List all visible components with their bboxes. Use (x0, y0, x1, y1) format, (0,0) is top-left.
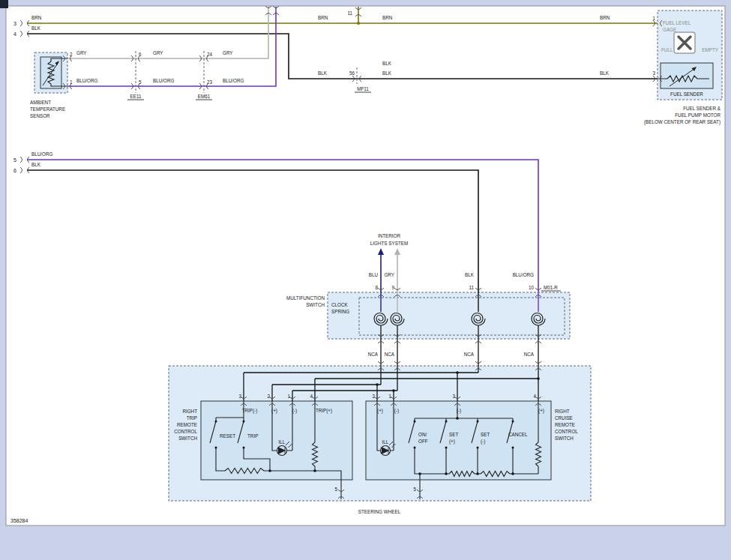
fuel-full-label: FULL (661, 47, 673, 52)
clock-spring-pin-10: 10 (529, 285, 535, 290)
wire-label-blk: BLK (600, 70, 610, 76)
trip-pin-label-3: (-) (292, 408, 297, 414)
onoff-switch-label-line1: ON/ (418, 432, 427, 437)
wire-label-brn: BRN (31, 15, 42, 20)
multifunction-switch-label-line1: MULTIFUNCTION (286, 295, 325, 301)
wire-label-blu-org: BLU/ORG (223, 78, 244, 83)
set-minus-switch-label-line2: (-) (481, 439, 485, 445)
trip-pin-label-4: TRIP(+) (316, 408, 332, 414)
interior-lights-line1: INTERIOR (378, 233, 401, 238)
wiring-diagram-canvas: 3 4 5 6 BRN BRN BRN BRN BLK BLK BLK BLK … (0, 0, 731, 560)
trip-pin-1: 1 (287, 394, 290, 399)
fuel-gauge-label-line1: FUEL LEVEL (663, 20, 691, 25)
ground-pin-right: 5 (413, 487, 416, 492)
connector-link-m01r[interactable]: M01-R (544, 285, 558, 290)
wire-label-nca: NCA (524, 352, 535, 357)
sensor-name-line1: AMBIENT (30, 100, 51, 105)
cruise-switch-name-line1: RIGHT (555, 409, 570, 414)
wire-label-blk: BLK (31, 25, 41, 31)
wire-label-gry: GRY (384, 272, 394, 277)
wire-label-nca: NCA (464, 352, 475, 357)
wire-label-blk: BLK (382, 61, 392, 66)
steering-wheel-label: STEERING WHEEL (358, 509, 401, 514)
wire-label-gry: GRY (153, 50, 163, 55)
cruise-pin-2: 2 (372, 394, 375, 399)
ground-pin-left: 5 (334, 487, 337, 492)
cruise-switch-name-line3: REMOTE (555, 422, 575, 427)
wire-label-blk: BLK (31, 162, 41, 167)
cruise-pin-label-4: (+) (538, 408, 544, 414)
wire-label-blu-org: BLU/ORG (31, 151, 52, 157)
fuel-caption-line1: FUEL SENDER & (683, 106, 721, 111)
cruise-switch-name-line4: CONTROL (555, 429, 578, 434)
cruise-pin-label-1: (+) (377, 408, 383, 414)
sensor-name-line3: SENSOR (30, 113, 50, 118)
wire-label-blu-org: BLU/ORG (513, 272, 534, 277)
set-plus-switch-label-line1: SET (449, 432, 458, 437)
wire-label-blu-org: BLU/ORG (76, 78, 97, 83)
cruise-ill-label: ILL (382, 439, 389, 445)
clock-spring-pin-11: 11 (469, 285, 474, 290)
cruise-pin-3: 3 (452, 394, 455, 399)
mf11-pin-56: 56 (349, 70, 355, 76)
clock-spring-label-line1: CLOCK (331, 302, 348, 307)
wire-label-nca: NCA (368, 352, 379, 357)
multifunction-switch-outline (328, 292, 570, 339)
trip-pin-3: 3 (238, 394, 241, 399)
wire-label-brn: BRN (318, 15, 328, 20)
ambient-temperature-sensor (34, 52, 67, 93)
multifunction-switch (328, 292, 570, 339)
onoff-switch-label-line2: OFF (418, 439, 428, 444)
cruise-pin-label-2: (-) (394, 408, 399, 414)
wire-label-blu-org: BLU/ORG (153, 78, 174, 83)
edge-pin-5: 5 (13, 157, 16, 163)
clock-spring-pin-9: 9 (391, 285, 394, 290)
connector-link-mf11[interactable]: MF11 (357, 86, 369, 91)
wire-label-brn: BRN (382, 15, 393, 20)
cruise-pin-1: 1 (388, 394, 391, 399)
fuel-pin-3: 3 (652, 70, 655, 76)
connector-link-ee11[interactable]: EE11 (130, 94, 142, 99)
wire-label-nca: NCA (385, 352, 395, 357)
wire-label-blk: BLK (465, 272, 475, 277)
trip-ill-label: ILL (279, 439, 286, 445)
sensor-name-line2: TEMPERATURE (30, 106, 65, 112)
fuel-sender-body (661, 63, 713, 88)
edge-pin-6: 6 (13, 168, 16, 173)
trip-pin-label-2: (+) (271, 408, 277, 414)
trip-pin-label-1: TRIP(-) (242, 408, 258, 414)
set-minus-switch-label-line1: SET (481, 432, 490, 437)
wiring-diagram-page: 3 4 5 6 BRN BRN BRN BRN BLK BLK BLK BLK … (0, 0, 731, 560)
cancel-switch-label: CANCEL (508, 432, 528, 437)
trip-switch-name-line5: SWITCH (178, 436, 197, 441)
connector-link-em61[interactable]: EM61 (198, 94, 211, 99)
trip-pin-4: 4 (310, 394, 313, 399)
fuel-sender-label: FUEL SENDER (670, 91, 703, 97)
reset-switch-label: RESET (220, 433, 235, 439)
trip-switch-label: TRIP (247, 433, 258, 439)
fuel-empty-label: EMPTY (702, 47, 718, 52)
wire-label-gry: GRY (76, 50, 87, 55)
edge-pin-3: 3 (13, 21, 16, 26)
interior-lights-line2: LIGHTS SYSTEM (370, 241, 408, 246)
multifunction-switch-label-line2: SWITCH (306, 302, 325, 307)
wire-label-blk: BLK (318, 70, 328, 76)
cruise-pin-4: 4 (533, 394, 536, 399)
cruise-pin-label-3: (-) (457, 408, 461, 414)
cruise-switch-name-line2: CRUISE (555, 415, 573, 421)
wire-label-blk: BLK (382, 70, 392, 76)
trip-switch-name-line4: CONTROL (174, 429, 197, 434)
wire-label-blu: BLU (369, 272, 379, 277)
clock-spring-pin-8: 8 (375, 285, 378, 290)
corner-artifact (0, 0, 8, 8)
wire-label-gry: GRY (223, 50, 233, 55)
fuel-caption-line3: (BELOW CENTER OF REAR SEAT) (644, 119, 721, 125)
trip-switch-name-line2: TRIP (187, 415, 197, 421)
doc-number: 358284 (10, 518, 28, 523)
fuel-gauge-label-line2: GAGE (663, 27, 676, 32)
set-plus-switch-label-line2: (+) (449, 439, 455, 445)
fuel-caption-line2: FUEL PUMP MOTOR (675, 112, 721, 118)
edge-pin-4: 4 (13, 31, 16, 37)
splice-pin-11: 11 (347, 10, 352, 16)
cruise-switch-name-line5: SWITCH (555, 436, 574, 441)
